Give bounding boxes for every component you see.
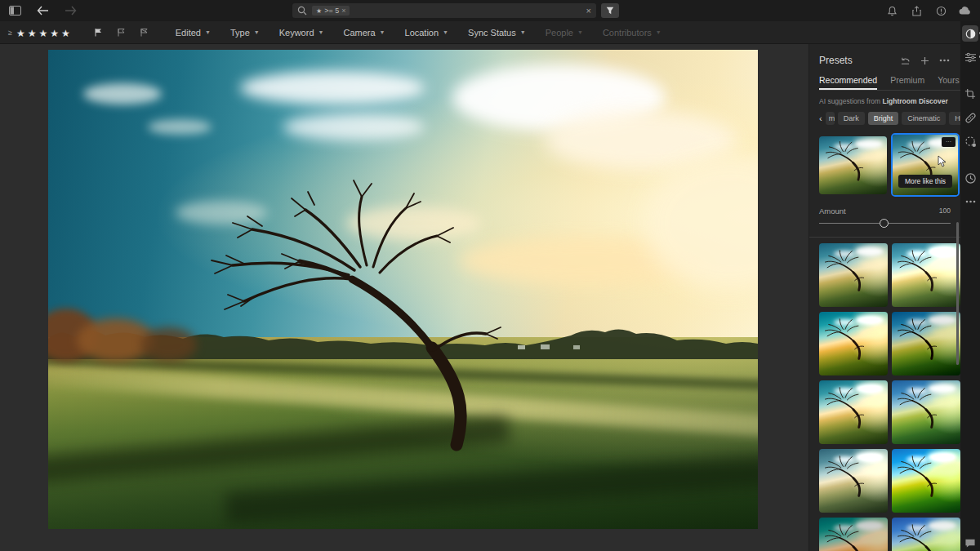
reject-flag-icon[interactable] [136, 24, 153, 41]
crop-tool-icon[interactable] [962, 86, 978, 102]
preset-preview-image [892, 449, 960, 513]
more-like-this-tooltip: More like this [898, 175, 952, 188]
presets-panel: Presets [808, 44, 960, 551]
filter-dropdown-people[interactable]: People▼ [537, 24, 591, 41]
search-input[interactable]: ★ >= 5 × × [292, 3, 596, 18]
share-icon[interactable] [908, 2, 924, 19]
preset-thumbnail[interactable] [819, 518, 888, 551]
chevron-down-icon: ▼ [318, 29, 324, 35]
filter-dropdown-sync-status[interactable]: Sync Status▼ [460, 24, 534, 41]
rating-filter[interactable]: ≥ ★★★★★ [8, 25, 84, 40]
preset-thumbnail-selected[interactable]: ··· More like this [891, 133, 960, 197]
preset-thumbnail[interactable] [892, 312, 960, 375]
tab-premium[interactable]: Premium [890, 75, 924, 90]
search-filter-chip[interactable]: ★ >= 5 × [312, 6, 350, 16]
filter-dropdown-location[interactable]: Location▼ [397, 24, 457, 41]
preset-thumbnail[interactable] [819, 312, 888, 375]
chip-warm[interactable]: m [826, 112, 835, 125]
chip-cinematic[interactable]: Cinematic [902, 112, 946, 125]
filter-dropdown-camera[interactable]: Camera▼ [335, 24, 393, 41]
flag-filters [87, 24, 164, 41]
slider-knob[interactable] [880, 219, 889, 228]
tree-silhouette [892, 518, 960, 551]
edit-tool-icon[interactable] [962, 25, 978, 42]
tree-silhouette [819, 449, 888, 513]
restore-icon[interactable] [898, 54, 911, 67]
presets-header: Presets [819, 54, 951, 67]
presets-tabs: Recommended Premium Yours [819, 75, 951, 90]
tree-silhouette [892, 243, 960, 307]
panel-toggle-icon[interactable] [7, 2, 23, 19]
plus-icon[interactable] [918, 54, 931, 67]
chevron-down-icon: ▼ [254, 29, 260, 35]
main-photo[interactable] [48, 50, 758, 529]
search-clear-icon[interactable]: × [586, 6, 591, 16]
dropdown-label: Sync Status [468, 28, 516, 38]
main-area: Presets [0, 44, 960, 551]
masking-tool-icon[interactable] [962, 133, 978, 149]
preset-preview-image [819, 136, 887, 194]
presets-tool-icon[interactable] [962, 49, 978, 65]
preset-thumbnail[interactable] [892, 449, 960, 513]
preset-thumbnail[interactable] [892, 380, 960, 444]
preset-preview-image [892, 380, 960, 444]
chips-scroll-left-icon[interactable]: ‹ [819, 113, 822, 123]
content-column: ≥ ★★★★★ Edited▼ [0, 21, 960, 551]
preset-thumbnail[interactable] [892, 518, 960, 551]
star-icon: ★ [316, 7, 322, 15]
bell-icon[interactable] [884, 2, 900, 19]
subtitle-prefix: AI suggestions from [819, 97, 880, 105]
thumbnail-more-badge[interactable]: ··· [942, 137, 956, 147]
unflagged-icon[interactable] [114, 24, 130, 41]
body: ≥ ★★★★★ Edited▼ [0, 21, 980, 551]
more-tools-icon[interactable] [962, 193, 978, 210]
category-chips: ‹ m Dark Bright Cinematic HDR [819, 112, 951, 125]
chevron-down-icon: ▼ [656, 29, 662, 35]
preset-thumbnail[interactable] [819, 449, 888, 513]
tree-silhouette [819, 243, 888, 307]
filter-dropdown-keyword[interactable]: Keyword▼ [271, 24, 332, 41]
filter-dropdown-contributors[interactable]: Contributors▼ [595, 24, 670, 41]
panel-scrollbar[interactable] [956, 222, 959, 365]
chevron-down-icon: ▼ [520, 29, 526, 35]
filter-funnel-button[interactable] [601, 3, 619, 18]
comments-icon[interactable] [962, 535, 978, 551]
dropdown-label: Edited [176, 28, 201, 38]
topbar-right-controls [884, 2, 973, 19]
preset-thumbnail[interactable] [819, 380, 888, 444]
rail-bottom-group [962, 535, 978, 551]
presets-title: Presets [819, 55, 853, 66]
back-arrow-icon[interactable] [34, 2, 51, 19]
help-icon[interactable] [933, 2, 949, 19]
preset-preview-image [819, 449, 888, 513]
suggestion-thumbnails: ··· More like this [819, 133, 951, 197]
chip-close-icon[interactable]: × [341, 7, 345, 15]
cloud-icon[interactable] [957, 2, 973, 19]
more-icon[interactable] [938, 54, 951, 67]
search-chip-text: >= 5 [324, 7, 339, 15]
preset-preview-image [819, 243, 888, 307]
pick-flag-icon[interactable] [91, 24, 107, 41]
versions-icon[interactable] [962, 170, 978, 186]
chevron-down-icon: ▼ [205, 29, 211, 35]
preset-preview-image [819, 380, 888, 444]
chevron-down-icon: ▼ [380, 29, 385, 35]
tree-silhouette [819, 312, 888, 375]
preset-grid [819, 243, 951, 551]
tree-silhouette [819, 136, 887, 194]
preset-thumbnail[interactable] [819, 136, 887, 194]
rating-stars[interactable]: ★★★★★ [16, 25, 73, 40]
filter-dropdown-edited[interactable]: Edited▼ [167, 24, 219, 41]
preset-thumbnail[interactable] [819, 243, 888, 307]
preset-thumbnail[interactable] [892, 243, 960, 307]
filter-dropdown-type[interactable]: Type▼ [222, 24, 268, 41]
chevron-down-icon: ▼ [577, 29, 583, 35]
healing-tool-icon[interactable] [962, 109, 978, 126]
tab-yours[interactable]: Yours [938, 75, 959, 90]
amount-slider[interactable] [819, 219, 951, 229]
forward-arrow-icon[interactable] [62, 2, 78, 19]
chip-bright[interactable]: Bright [868, 112, 899, 125]
tab-recommended[interactable]: Recommended [819, 75, 877, 90]
chip-dark[interactable]: Dark [838, 112, 865, 125]
chip-hdr[interactable]: HDR [949, 112, 960, 125]
